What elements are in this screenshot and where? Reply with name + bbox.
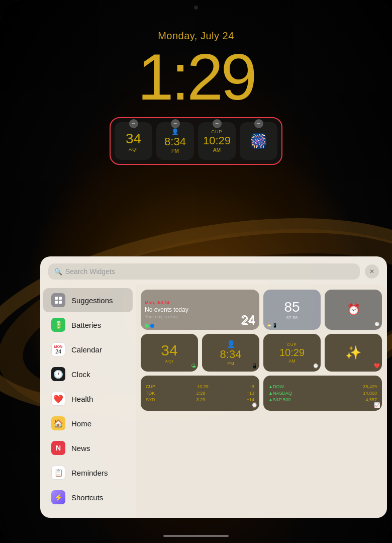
- clock-label: Clock: [71, 370, 90, 379]
- home-bar: [163, 535, 229, 537]
- stocks-row-dow: ▲DOW 35,429: [268, 384, 377, 389]
- close-button[interactable]: ✕: [365, 264, 379, 279]
- widget-grid: Mon, Jul 24 No events today Your day is …: [141, 290, 382, 411]
- svg-rect-0: [55, 297, 58, 300]
- ls-widget-cup-remove[interactable]: −: [213, 119, 222, 128]
- ls-widget-clock[interactable]: − 👤 8:34 PM: [156, 122, 194, 160]
- times-row-3: SYD 3:29 +14: [146, 397, 254, 402]
- times-row-2: TOK 2:29 +13: [146, 391, 254, 396]
- weather-range: 67 88: [286, 315, 298, 320]
- stocks-row-sp500: ▲S&P 500 4,557: [268, 397, 377, 402]
- health-icon: ❤️: [51, 392, 65, 406]
- widget-area: Mon, Jul 24 No events today Your day is …: [136, 285, 387, 518]
- widget-flower[interactable]: ✨ ❤️: [325, 334, 382, 372]
- health-label: Health: [71, 395, 93, 403]
- calendar-no-events: No events today: [145, 306, 188, 313]
- search-icon: 🔍: [54, 268, 62, 276]
- ls-cup-time: 10:29: [203, 134, 231, 147]
- sidebar-item-health[interactable]: ❤️ Health: [43, 387, 133, 411]
- stocks-dow-name: ▲DOW: [268, 384, 284, 389]
- home-icon: 🏠: [51, 416, 65, 430]
- city-syd: SYD: [146, 397, 155, 402]
- stocks-row-nasdaq: ▲NASDAQ 14,058: [268, 391, 377, 396]
- widget-calendar-wide[interactable]: Mon, Jul 24 No events today Your day is …: [141, 290, 259, 330]
- city-cup: CUP: [146, 384, 155, 389]
- camera-dot: [194, 6, 198, 10]
- search-bar[interactable]: 🔍 Search Widgets: [48, 263, 360, 280]
- flower-heart-icon: ❤️: [374, 360, 380, 370]
- lockscreen-time: 1:29: [137, 44, 254, 110]
- ls-widget-aqi[interactable]: − 34 AQI: [115, 122, 152, 160]
- ls-cup-period: AM: [213, 147, 221, 153]
- flower-icon: ✨: [345, 345, 361, 360]
- diff-cup: -3: [250, 384, 254, 389]
- ls-clock-period: PM: [171, 148, 179, 154]
- clock-sub-time: 8:34: [220, 348, 242, 361]
- panel-body: Suggestions 🔋 Batteries MON 24 Calendar: [40, 285, 387, 518]
- weather-icons: 🌤️ 📱: [266, 323, 277, 328]
- stocks-icon: 📈: [374, 400, 380, 409]
- aqi-weather-icon: 🌤: [191, 360, 196, 370]
- widget-times-table[interactable]: CUP 10:29 -3 TOK 2:29 +13 SYD 3:29 +: [141, 376, 259, 411]
- calendar-num: 24: [242, 314, 255, 328]
- stocks-sp500-name: ▲S&P 500: [268, 397, 290, 402]
- clock-icon: 🕐: [51, 367, 65, 381]
- calendar-dot1: [145, 324, 149, 328]
- svg-rect-1: [59, 297, 62, 300]
- times-icon: ⌚: [251, 400, 257, 409]
- widget-picker-panel: 🔍 Search Widgets ✕ Sugge: [40, 256, 387, 518]
- ls-cup-label: CUP: [211, 129, 222, 134]
- times-row-1: CUP 10:29 -3: [146, 384, 254, 389]
- ls-clock-time: 8:34: [164, 135, 186, 148]
- reminders-icon: 📋: [51, 466, 65, 480]
- search-placeholder: Search Widgets: [65, 267, 115, 276]
- clock-phone-icon: 📱: [251, 360, 257, 370]
- shortcuts-label: Shortcuts: [71, 493, 103, 502]
- ls-widget-flower-remove[interactable]: −: [254, 119, 263, 128]
- ls-aqi-value: 34: [126, 131, 141, 147]
- lockscreen-widget-row[interactable]: − 34 AQI − 👤 8:34 PM − CUP 10:29 AM − 🎆: [110, 117, 282, 165]
- widget-alarm[interactable]: ⏰ ⌚: [325, 290, 382, 330]
- ipad-frame: Monday, July 24 1:29 − 34 AQI − 👤 8:34 P…: [0, 0, 392, 543]
- alarm-icon: ⏰: [347, 303, 360, 316]
- cup-watch-icon: ⌚: [313, 360, 319, 370]
- calendar-date-label: Mon, Jul 24: [145, 300, 169, 305]
- ls-flower-icon: 🎆: [250, 133, 267, 149]
- stocks-dow-val: 35,429: [363, 384, 377, 389]
- sidebar-item-batteries[interactable]: 🔋 Batteries: [43, 313, 133, 337]
- sidebar-item-news[interactable]: N News: [43, 436, 133, 460]
- aqi-value: 34: [161, 342, 177, 359]
- weather-temp: 85: [284, 299, 300, 315]
- stocks-nasdaq-name: ▲NASDAQ: [268, 391, 292, 396]
- city-tok: TOK: [146, 391, 155, 396]
- cup-label: CUP: [287, 342, 297, 347]
- sidebar-item-reminders[interactable]: 📋 Reminders: [43, 461, 133, 485]
- home-label: Home: [71, 419, 91, 428]
- calendar-icon: MON 24: [51, 342, 65, 356]
- svg-rect-2: [55, 301, 58, 304]
- cup-period: AM: [288, 358, 296, 364]
- sidebar-item-shortcuts[interactable]: ⚡ Shortcuts: [43, 485, 133, 509]
- sidebar-item-clock[interactable]: 🕐 Clock: [43, 362, 133, 386]
- news-icon: N: [51, 441, 65, 455]
- ls-widget-aqi-remove[interactable]: −: [129, 119, 138, 128]
- reminders-label: Reminders: [71, 469, 108, 477]
- sidebar-item-home[interactable]: 🏠 Home: [43, 411, 133, 435]
- widget-cup-time[interactable]: CUP 10:29 AM ⌚: [263, 334, 321, 372]
- sidebar-item-suggestions[interactable]: Suggestions: [43, 288, 133, 312]
- widget-clock-sub[interactable]: 👤 8:34 PM 📱: [202, 334, 259, 372]
- widget-weather[interactable]: 85 67 88 🌤️ 📱: [263, 290, 321, 330]
- batteries-icon: 🔋: [51, 318, 65, 332]
- widget-stocks[interactable]: ▲DOW 35,429 ▲NASDAQ 14,058 ▲S&P 500 4,55…: [263, 376, 382, 411]
- suggestions-label: Suggestions: [71, 296, 113, 305]
- widget-aqi-2[interactable]: 34 AQI 🌤: [141, 334, 198, 372]
- clock-sub-period: PM: [227, 361, 234, 366]
- ls-widget-flower[interactable]: − 🎆: [240, 122, 277, 160]
- cup-time-val: 10:29: [279, 347, 305, 358]
- ls-widget-cup[interactable]: − CUP 10:29 AM: [198, 122, 236, 160]
- ls-widget-clock-remove[interactable]: −: [171, 119, 180, 128]
- ls-aqi-label: AQI: [129, 147, 138, 152]
- sidebar-item-calendar[interactable]: MON 24 Calendar: [43, 337, 133, 361]
- lockscreen-content: Monday, July 24 1:29 − 34 AQI − 👤 8:34 P…: [0, 30, 392, 165]
- alarm-watch-icon: ⌚: [374, 319, 380, 328]
